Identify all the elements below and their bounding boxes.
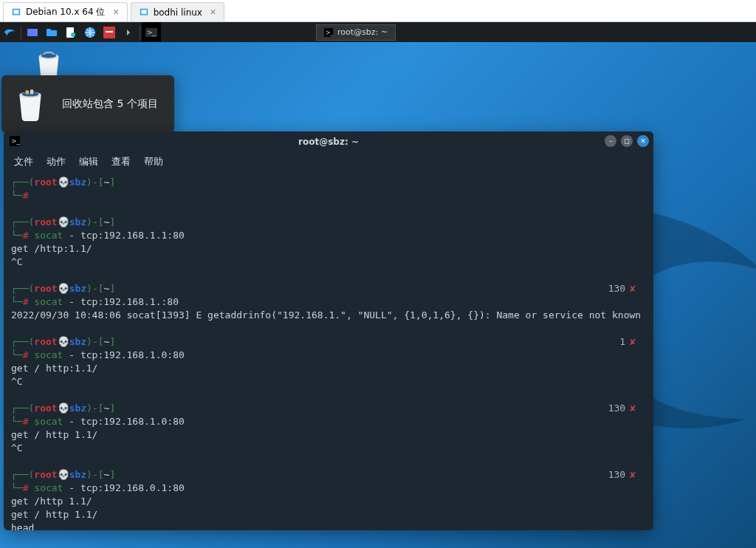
terminal-icon: >_: [10, 136, 20, 146]
taskbar-entry-terminal[interactable]: >_ root@sbz: ~: [316, 24, 396, 41]
svg-point-17: [41, 54, 56, 58]
trash-icon: [12, 86, 49, 123]
menu-actions[interactable]: 动作: [47, 155, 66, 168]
vm-tab-debian[interactable]: Debian 10.x 64 位 ✕: [3, 2, 128, 21]
output-line: get /http:1.1/: [11, 242, 646, 256]
menu-file[interactable]: 文件: [14, 155, 33, 168]
panel-separator: [21, 26, 21, 39]
prompt-line: ┌──(root💀sbz)-[~]1✘: [11, 335, 646, 349]
vm-icon: [11, 7, 21, 18]
menu-help[interactable]: 帮助: [144, 155, 163, 168]
close-icon[interactable]: ✕: [210, 7, 216, 17]
blank-line: [11, 202, 646, 216]
prompt-line: ┌──(root💀sbz)-[~]130✘: [11, 402, 646, 415]
svg-rect-20: [26, 90, 29, 94]
command-line: └─# socat - tcp:192.168.1.:80: [11, 295, 646, 309]
panel-launchers: >_: [0, 22, 161, 42]
command-line: └─# socat - tcp:192.168.0.1:80: [11, 482, 646, 495]
output-line: ^C: [11, 375, 646, 388]
vm-tab-label: bodhi linux: [154, 7, 202, 18]
blank-line: [11, 388, 646, 402]
terminal-icon: >_: [324, 28, 333, 37]
output-line: ^C: [11, 256, 646, 269]
terminal-launcher-icon[interactable]: >_: [142, 22, 161, 42]
command-line: └─# socat - tcp:192.168.1.0:80: [11, 349, 646, 362]
output-line: ^C: [11, 442, 646, 455]
output-line: get /http 1.1/: [11, 495, 646, 508]
svg-rect-3: [141, 10, 146, 13]
command-line: └─#: [11, 189, 646, 202]
terminal-window: >_ root@sbz: ~ － ◻ ✕ 文件 动作 编辑 查看 帮助 ┌──(…: [4, 131, 653, 530]
taskbar-entry-label: root@sbz: ~: [337, 27, 388, 37]
prompt-line: ┌──(root💀sbz)-[~]: [11, 216, 646, 229]
kali-menu-icon[interactable]: [0, 22, 19, 42]
command-line: └─# socat - tcp:192.168.1.0:80: [11, 415, 646, 428]
close-icon[interactable]: ✕: [112, 7, 119, 17]
output-line: get / http:1.1/: [11, 362, 646, 375]
prompt-line: ┌──(root💀sbz)-[~]: [11, 176, 646, 189]
trash-tooltip: 回收站包含 5 个项目: [1, 75, 174, 133]
text-editor-icon[interactable]: [61, 22, 80, 42]
svg-point-6: [71, 32, 75, 37]
kali-panel: >_ >_ root@sbz: ~: [0, 22, 756, 42]
close-button[interactable]: ✕: [637, 135, 649, 147]
blank-line: [11, 455, 646, 468]
blank-line: [11, 322, 646, 335]
output-line: get / http 1.1/: [11, 508, 646, 521]
menu-view[interactable]: 查看: [111, 155, 131, 168]
svg-text:>_: >_: [147, 29, 157, 36]
svg-rect-4: [27, 29, 38, 36]
svg-marker-10: [127, 30, 130, 35]
desktop-area[interactable]: 回收站包含 5 个项目 >_ root@sbz: ~ － ◻ ✕ 文件 动作 编…: [0, 42, 756, 548]
prompt-line: ┌──(root💀sbz)-[~]130✘: [11, 282, 646, 295]
browser-icon[interactable]: [80, 22, 100, 42]
output-line: get / http 1.1/: [11, 428, 646, 442]
overflow-icon[interactable]: [119, 22, 138, 42]
app-red-icon[interactable]: [100, 22, 119, 42]
terminal-body[interactable]: ┌──(root💀sbz)-[~]└─# ┌──(root💀sbz)-[~]└─…: [4, 171, 653, 530]
files-icon[interactable]: [42, 22, 61, 42]
vm-tab-label: Debian 10.x 64 位: [26, 6, 105, 18]
vm-tab-strip: Debian 10.x 64 位 ✕ bodhi linux ✕: [0, 0, 756, 22]
command-line: └─# socat - tcp:192.168.1.1:80: [11, 229, 646, 242]
menu-edit[interactable]: 编辑: [79, 155, 98, 168]
svg-rect-9: [106, 31, 113, 32]
blank-line: [11, 269, 646, 282]
terminal-menubar: 文件 动作 编辑 查看 帮助: [4, 152, 653, 171]
output-line: 2022/09/30 10:48:06 socat[1393] E getadd…: [11, 309, 646, 322]
tooltip-text: 回收站包含 5 个项目: [62, 97, 158, 111]
maximize-button[interactable]: ◻: [621, 135, 633, 147]
vm-icon: [139, 7, 149, 18]
svg-rect-21: [30, 89, 33, 94]
show-desktop-icon[interactable]: [23, 22, 42, 42]
panel-separator: [140, 26, 140, 39]
svg-rect-1: [14, 10, 19, 13]
terminal-titlebar[interactable]: >_ root@sbz: ~ － ◻ ✕: [4, 131, 653, 152]
vm-tab-bodhi[interactable]: bodhi linux ✕: [131, 2, 225, 21]
prompt-line: ┌──(root💀sbz)-[~]130✘: [11, 468, 646, 482]
svg-text:>_: >_: [326, 30, 333, 36]
terminal-title: root@sbz: ~: [298, 137, 359, 147]
minimize-button[interactable]: －: [605, 135, 616, 147]
svg-text:>_: >_: [11, 137, 20, 145]
output-line: head: [11, 521, 646, 530]
window-buttons: － ◻ ✕: [605, 135, 649, 147]
